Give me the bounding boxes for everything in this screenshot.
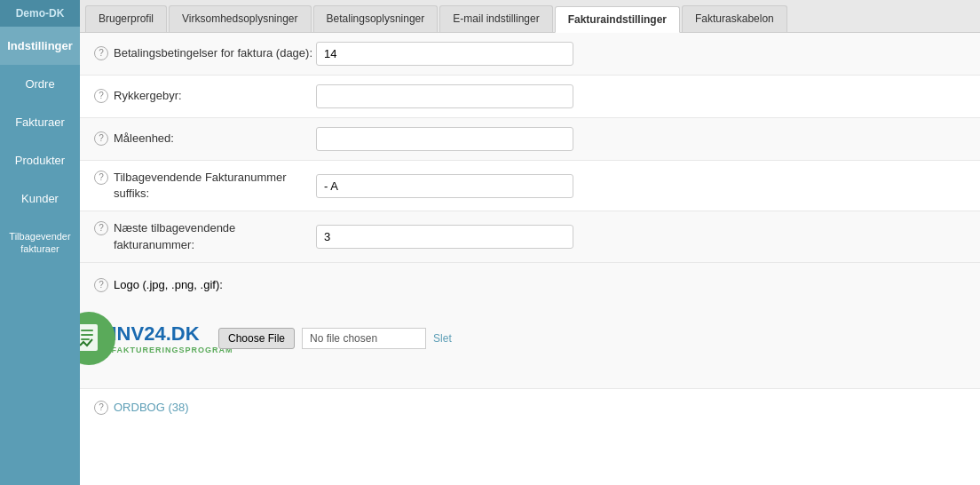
- file-upload-row: Choose File No file chosen Slet: [218, 328, 452, 349]
- help-icon-rykkergebyr[interactable]: ?: [94, 89, 108, 103]
- help-icon-betalingsbetingelser[interactable]: ?: [94, 46, 108, 60]
- label-naeste-fakturanummer: ? Næste tilbagevendende fakturanummer:: [94, 220, 316, 252]
- sidebar: Demo-DK Indstillinger Ordre Fakturaer Pr…: [0, 0, 80, 485]
- help-icon-tilbagevendende-suffix[interactable]: ?: [94, 171, 108, 185]
- ordbog-row: ? ORDBOG (38): [80, 389, 980, 425]
- label-rykkergebyr: ? Rykkergebyr:: [94, 88, 316, 104]
- tab-brugerprofil[interactable]: Brugerprofil: [85, 5, 167, 32]
- sidebar-item-tilbagevenderfakturaer[interactable]: Tilbagevender fakturaer: [0, 218, 80, 268]
- svg-rect-2: [81, 334, 93, 336]
- sidebar-item-produkter[interactable]: Produkter: [0, 141, 80, 179]
- label-maaleenhed: ? Måleenhed:: [94, 131, 316, 147]
- svg-rect-1: [81, 330, 93, 331]
- invoice-icon: [80, 322, 103, 354]
- input-tilbagevendende-suffix[interactable]: [316, 174, 573, 198]
- inv24-subtitle: FAKTURERINGSPROGRAM: [112, 346, 233, 354]
- logo-preview: INV24.DK FAKTURERINGSPROGRAM: [94, 303, 201, 374]
- tab-betalingsoplysninger[interactable]: Betalingsoplysninger: [313, 5, 439, 32]
- main-content: Brugerprofil Virksomhedsoplysninger Beta…: [80, 0, 980, 485]
- inv24-title: INV24.DK: [112, 322, 233, 346]
- ordbog-link[interactable]: ORDBOG (38): [114, 401, 189, 414]
- logo-label-row: ? Logo (.jpg, .png, .gif):: [94, 277, 966, 292]
- help-icon-logo[interactable]: ?: [94, 278, 108, 292]
- sidebar-item-indstillinger[interactable]: Indstillinger: [0, 27, 80, 65]
- logo-section: ? Logo (.jpg, .png, .gif):: [80, 263, 980, 389]
- logo-content: INV24.DK FAKTURERINGSPROGRAM Choose File…: [94, 303, 966, 374]
- file-name-display: No file chosen: [302, 328, 426, 349]
- slet-link[interactable]: Slet: [433, 332, 452, 345]
- logo-label: Logo (.jpg, .png, .gif):: [114, 278, 223, 291]
- tab-email-indstillinger[interactable]: E-mail indstillinger: [439, 5, 552, 32]
- input-naeste-fakturanummer[interactable]: [316, 225, 573, 249]
- sidebar-item-fakturaer[interactable]: Fakturaer: [0, 103, 80, 141]
- sidebar-demo-label: Demo-DK: [0, 0, 80, 27]
- label-betalingsbetingelser: ? Betalingsbetingelser for faktura (dage…: [94, 45, 316, 61]
- form-row-maaleenhed: ? Måleenhed:: [80, 118, 980, 161]
- inv24-icon-circle: [80, 312, 115, 365]
- choose-file-button[interactable]: Choose File: [218, 328, 295, 349]
- input-rykkergebyr[interactable]: [316, 84, 573, 108]
- form-row-naeste-fakturanummer: ? Næste tilbagevendende fakturanummer:: [80, 211, 980, 262]
- content-area: ? Betalingsbetingelser for faktura (dage…: [80, 33, 980, 485]
- label-tilbagevendende-suffix: ? Tilbagevendende Fakturanummer suffiks:: [94, 170, 316, 202]
- tab-bar: Brugerprofil Virksomhedsoplysninger Beta…: [80, 0, 980, 33]
- sidebar-item-ordre[interactable]: Ordre: [0, 65, 80, 103]
- svg-rect-0: [80, 324, 98, 351]
- form-row-betalingsbetingelser: ? Betalingsbetingelser for faktura (dage…: [80, 33, 980, 76]
- tab-fakturaindstillinger[interactable]: Fakturaindstillinger: [555, 6, 680, 33]
- inv24-text-area: INV24.DK FAKTURERINGSPROGRAM: [112, 322, 233, 354]
- svg-rect-3: [81, 338, 90, 340]
- tab-virksomhedsoplysninger[interactable]: Virksomhedsoplysninger: [169, 5, 312, 32]
- help-icon-ordbog[interactable]: ?: [94, 401, 108, 415]
- form-row-rykkergebyr: ? Rykkergebyr:: [80, 76, 980, 118]
- input-betalingsbetingelser[interactable]: [316, 42, 573, 66]
- help-icon-naeste-fakturanummer[interactable]: ?: [94, 221, 108, 235]
- form-row-tilbagevendende-suffix: ? Tilbagevendende Fakturanummer suffiks:: [80, 161, 980, 211]
- help-icon-maaleenhed[interactable]: ?: [94, 131, 108, 146]
- input-maaleenhed[interactable]: [316, 127, 573, 151]
- sidebar-item-kunder[interactable]: Kunder: [0, 179, 80, 218]
- tab-fakturaskabelon[interactable]: Fakturaskabelon: [682, 5, 787, 32]
- inv24-logo-wrapper: INV24.DK FAKTURERINGSPROGRAM: [80, 312, 233, 365]
